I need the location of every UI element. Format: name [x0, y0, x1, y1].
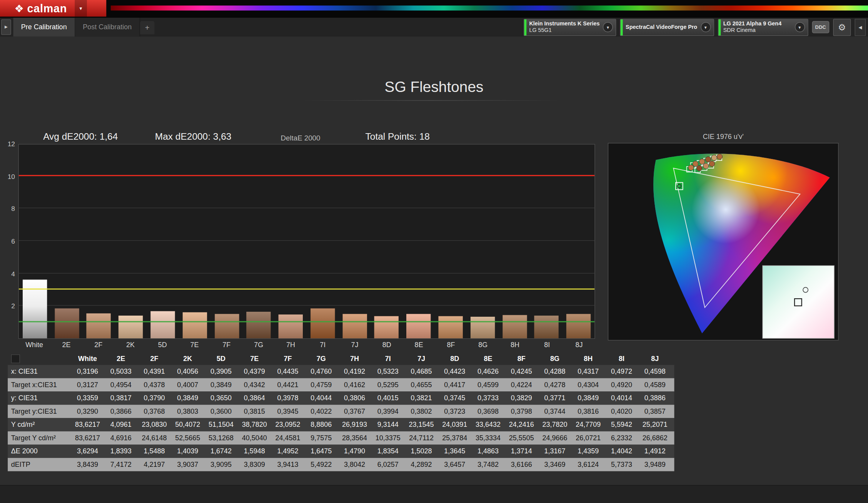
- cie-chromaticity-panel[interactable]: [608, 143, 839, 341]
- reference-line-1: [19, 321, 594, 322]
- table-cell: 1,8354: [371, 448, 405, 455]
- table-cell: 0,4288: [538, 368, 572, 375]
- table-cell: 26,0721: [571, 434, 605, 442]
- bar-7I[interactable]: [310, 309, 335, 338]
- table-row: dEITP3,84397,41724,21973,90373,90953,830…: [8, 458, 674, 471]
- bar-8I[interactable]: [534, 316, 559, 338]
- x-axis-label-7F: 7F: [210, 341, 242, 349]
- device-dropdown-2[interactable]: SpectraCal VideoForge Pro▼: [620, 18, 714, 36]
- table-cell: 40,5040: [238, 434, 271, 442]
- table-cell: 0,4589: [638, 381, 672, 389]
- chevron-down-icon[interactable]: ▼: [75, 0, 87, 17]
- main-content: SG Fleshtones Avg dE2000: 1,64 Max dE200…: [0, 37, 868, 485]
- table-cell: 0,3733: [471, 394, 505, 402]
- table-cell: 6,2332: [605, 434, 638, 442]
- table-cell: 0,4421: [271, 381, 305, 389]
- footer-bar: [0, 485, 868, 503]
- table-cell: 0,3806: [338, 394, 371, 402]
- table-cell: 0,4972: [605, 368, 638, 375]
- y-axis-label-2: 2: [11, 302, 15, 310]
- bar-8J[interactable]: [566, 314, 591, 338]
- table-cell: 1,3645: [438, 448, 471, 455]
- table-cell: 0,4417: [438, 381, 471, 389]
- table-cell: 1,4790: [338, 448, 371, 455]
- bar-2F[interactable]: [87, 313, 111, 338]
- bar-7J[interactable]: [342, 314, 367, 338]
- table-cell: 3,8042: [338, 461, 371, 468]
- delta-e-bar-chart[interactable]: [18, 144, 595, 339]
- bar-slot-2E: [51, 145, 83, 339]
- table-cell: 0,4245: [505, 368, 538, 375]
- calman-diamond-icon: ❖: [14, 2, 24, 15]
- bar-slot-8F: [435, 145, 467, 339]
- table-cell: 0,3945: [271, 408, 305, 415]
- table-header-row: White2E2F2K5D7E7F7G7H7I7J8D8E8F8G8H8I8J: [8, 353, 674, 365]
- device-dropdown-3[interactable]: LG 2021 Alpha 9 Gen4SDR Cinema▼: [718, 18, 808, 36]
- bar-slot-8H: [499, 145, 531, 339]
- table-cell: 35,3334: [471, 434, 505, 442]
- bar-8E[interactable]: [406, 314, 431, 338]
- table-cell: 3,8439: [71, 461, 104, 468]
- table-cell: 0,4920: [605, 381, 638, 389]
- bar-slot-7G: [243, 145, 275, 339]
- cie-diagram: [608, 144, 838, 340]
- calman-logo-menu[interactable]: ❖ calman ▼: [0, 0, 106, 17]
- table-cell: 52,5665: [171, 434, 204, 442]
- bar-8D[interactable]: [374, 316, 399, 339]
- page-title: SG Fleshtones: [0, 79, 868, 96]
- x-axis-label-White: White: [18, 341, 50, 349]
- expand-panel-button[interactable]: ▶: [1, 19, 11, 35]
- table-cell: 1,4863: [471, 448, 505, 455]
- y-axis-label-12: 12: [8, 140, 15, 148]
- bar-7G[interactable]: [247, 312, 271, 339]
- table-cell: 1,3167: [538, 448, 572, 455]
- table-cell: 3,9413: [271, 461, 305, 468]
- table-cell: 0,3994: [371, 408, 405, 415]
- column-header-8H: 8H: [571, 355, 605, 363]
- settings-button[interactable]: ⚙: [833, 18, 851, 36]
- table-cell: 33,6432: [471, 421, 505, 428]
- table-cell: 3,6294: [71, 448, 104, 455]
- spectrum-strip: [111, 5, 868, 10]
- table-cell: 23,0830: [138, 421, 171, 428]
- table-row: Target y:CIE310,32900,38660,37680,38030,…: [8, 405, 674, 418]
- table-row: Target Y cd/m²83,62174,691624,614852,566…: [8, 431, 674, 445]
- table-cell: 0,4435: [271, 368, 305, 375]
- bar-8F[interactable]: [439, 316, 463, 338]
- table-corner-notch[interactable]: [11, 354, 20, 363]
- table-cell: 0,3798: [505, 408, 538, 415]
- title-divider: [300, 100, 561, 100]
- table-cell: 5,7373: [605, 461, 638, 468]
- bar-7F[interactable]: [215, 314, 239, 338]
- table-cell: 0,4760: [304, 368, 338, 375]
- chevron-down-icon[interactable]: ▼: [603, 22, 613, 32]
- bar-2K[interactable]: [119, 316, 143, 338]
- column-header-8D: 8D: [438, 355, 471, 363]
- bar-2E[interactable]: [55, 308, 79, 338]
- chevron-down-icon[interactable]: ▼: [795, 22, 805, 32]
- table-cell: 0,4423: [438, 368, 471, 375]
- bar-7H[interactable]: [279, 314, 303, 338]
- x-axis-label-7E: 7E: [179, 341, 210, 349]
- device-dropdowns: Klein Instruments K SeriesLG 55G1▼Spectr…: [524, 18, 808, 36]
- add-tab-button[interactable]: +: [140, 21, 154, 35]
- tab-post-calibration[interactable]: Post Calibration: [75, 18, 140, 37]
- bar-5D[interactable]: [150, 311, 175, 338]
- x-axis-label-8D: 8D: [371, 341, 403, 349]
- tab-pre-calibration[interactable]: Pre Calibration: [13, 18, 75, 37]
- measurement-table: White2E2F2K5D7E7F7G7H7I7J8D8E8F8G8H8I8Jx…: [8, 353, 674, 471]
- x-axis-label-2F: 2F: [82, 341, 114, 349]
- table-cell: 0,5295: [371, 381, 405, 389]
- collapse-panel-button[interactable]: ◀: [855, 18, 866, 36]
- table-cell: 0,4007: [171, 381, 204, 389]
- table-cell: 7,4172: [104, 461, 138, 468]
- device-dropdown-1[interactable]: Klein Instruments K SeriesLG 55G1▼: [524, 18, 616, 36]
- chevron-down-icon[interactable]: ▼: [701, 22, 711, 32]
- bar-8H[interactable]: [502, 315, 527, 339]
- table-cell: 3,7482: [471, 461, 505, 468]
- column-header-7E: 7E: [238, 355, 271, 363]
- bar-8G[interactable]: [471, 317, 495, 339]
- bar-7E[interactable]: [183, 312, 207, 338]
- ddc-button[interactable]: DDC: [812, 21, 829, 33]
- table-cell: 0,3817: [104, 394, 138, 402]
